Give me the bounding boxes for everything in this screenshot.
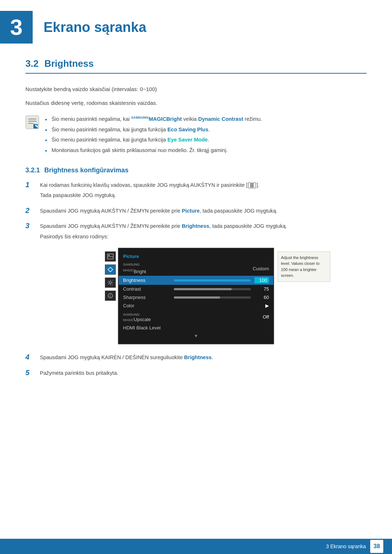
osd-value-magic-bright: Custom xyxy=(253,266,269,271)
footer-page-number: 38 xyxy=(370,540,383,553)
step-5-text: Pažymėta parinktis bus pritaikyta. xyxy=(40,369,367,378)
osd-bar-fill-brightness xyxy=(174,279,251,282)
step-1-text: Kai rodamas funkcinių klavišų vadovas, s… xyxy=(40,181,367,200)
osd-row-color: Color ▶ xyxy=(119,301,273,310)
svg-point-8 xyxy=(109,268,112,271)
section-number: 3.2 xyxy=(25,58,38,69)
content-area: 3.2 Brightness Nustatykite bendrą vaizdo… xyxy=(0,58,392,406)
osd-icon-info: i xyxy=(105,291,116,301)
subsection-title: Brightness konfigūravimas xyxy=(44,167,128,174)
step-4-text: Spausdami JOG mygtuką KAIRĖN / DEŠINĖN s… xyxy=(40,353,367,362)
subsection-number: 3.2.1 xyxy=(25,167,40,174)
osd-value-sharpness: 60 xyxy=(254,295,269,300)
osd-label-hdmi: HDMI Black Level xyxy=(123,325,170,331)
step-1-number: 1 xyxy=(25,181,40,189)
step-2-text: Spausdami JOG mygtuką AUKŠTYN / ŽEMYN pe… xyxy=(40,206,367,216)
osd-label-brightness: Brightness xyxy=(123,278,170,283)
subsection-heading: 3.2.1 Brightness konfigūravimas xyxy=(25,167,367,174)
note-box: ✎ Šio meniu pasirinkti negalima, kai SAM… xyxy=(25,115,367,156)
osd-preview: Picture SAMSUNG MAGICBright Custom Brigh… xyxy=(118,248,274,345)
step-2: 2 Spausdami JOG mygtuką AUKŠTYN / ŽEMYN … xyxy=(25,206,367,216)
bullet-list: Šio meniu pasirinkti negalima, kai SAMSU… xyxy=(45,115,262,156)
note-icon: ✎ xyxy=(25,115,39,129)
osd-arrow-down: ▼ xyxy=(194,333,198,338)
bullet-item-1: Šio meniu pasirinkti negalima, kai SAMSU… xyxy=(45,115,262,124)
step-1: 1 Kai rodamas funkcinių klavišų vadovas,… xyxy=(25,181,367,200)
osd-label-contrast: Contrast xyxy=(123,286,170,292)
osd-bar-sharpness xyxy=(174,296,251,299)
osd-row-magic-bright: SAMSUNG MAGICBright Custom xyxy=(119,261,273,276)
intro-text-1: Nustatykite bendrą vaizdo skaisčiai (int… xyxy=(25,85,367,94)
osd-bar-fill-sharpness xyxy=(174,296,220,299)
osd-row-brightness: Brightness 100 xyxy=(119,276,273,285)
osd-icon-monitor xyxy=(105,264,116,275)
osd-bar-contrast xyxy=(174,288,251,290)
osd-label-color: Color xyxy=(123,303,170,308)
svg-point-7 xyxy=(108,255,110,256)
steps-list: 1 Kai rodamas funkcinių klavišų vadovas,… xyxy=(25,181,367,241)
osd-row-contrast: Contrast 75 xyxy=(119,285,273,293)
bullet-item-3: Šio meniu pasirinkti negalima, kai įjung… xyxy=(45,135,262,144)
osd-row-sharpness: Sharpness 60 xyxy=(119,293,273,301)
page-footer: 3 Ekrano sąranka 38 xyxy=(0,539,392,554)
osd-row-hdmi: HDMI Black Level xyxy=(119,324,273,332)
step-3-text: Spausdami JOG mygtuką AUKŠTYN / ŽEMYN pe… xyxy=(40,222,367,241)
bullet-item-2: Šio meniu pasirinkti negalima, kai įjung… xyxy=(45,125,262,134)
section-title: Brightness xyxy=(44,58,94,69)
svg-text:✎: ✎ xyxy=(35,124,38,128)
step-3-caption: Pasirodys šis ekrano rodinys: xyxy=(40,232,367,241)
osd-row-upscale: SAMSUNG MAGICUpscale Off xyxy=(119,310,273,324)
osd-arrow-row: ▼ xyxy=(119,332,273,340)
step-3-number: 3 xyxy=(25,222,40,230)
osd-value-contrast: 75 xyxy=(254,286,269,292)
osd-value-color: ▶ xyxy=(254,303,269,308)
osd-icon-settings xyxy=(105,278,116,288)
step-4-number: 4 xyxy=(25,353,40,361)
osd-bar-fill-contrast xyxy=(174,288,232,290)
chapter-number: 3 xyxy=(10,16,23,38)
osd-bar-brightness xyxy=(174,279,251,282)
osd-title: Picture xyxy=(119,252,273,261)
footer-text: 3 Ekrano sąranka xyxy=(326,543,366,549)
bullet-item-4: Monitoriaus funkcijos gali skirtis prikl… xyxy=(45,146,262,155)
svg-point-13 xyxy=(109,282,111,284)
osd-tooltip: Adjust the brightness level. Values clos… xyxy=(278,251,330,282)
svg-text:i: i xyxy=(110,294,111,298)
menu-icon xyxy=(248,182,256,188)
step-4: 4 Spausdami JOG mygtuką KAIRĖN / DEŠINĖN… xyxy=(25,353,367,362)
osd-sidebar-icons: i xyxy=(105,248,116,301)
osd-value-upscale: Off xyxy=(254,314,269,320)
step-2-number: 2 xyxy=(25,206,40,215)
chapter-title: Ekrano sąranka xyxy=(44,20,146,35)
step-5: 5 Pažymėta parinktis bus pritaikyta. xyxy=(25,369,367,378)
step-3: 3 Spausdami JOG mygtuką AUKŠTYN / ŽEMYN … xyxy=(25,222,367,241)
osd-value-brightness: 100 xyxy=(254,277,269,283)
osd-label-sharpness: Sharpness xyxy=(123,295,170,300)
step-1-subtext: Tada paspauskite JOG mygtuką. xyxy=(40,191,367,200)
step-5-number: 5 xyxy=(25,369,40,377)
osd-preview-wrapper: i Picture SAMSUNG MAGICBright Custom Bri… xyxy=(118,248,274,345)
intro-text-2: Nustačius didesnę vertę, rodomas skaiste… xyxy=(25,98,367,108)
chapter-number-box: 3 xyxy=(0,11,33,44)
osd-icon-picture xyxy=(105,251,116,262)
steps-list-2: 4 Spausdami JOG mygtuką KAIRĖN / DEŠINĖN… xyxy=(25,353,367,377)
osd-label-upscale: SAMSUNG MAGICUpscale xyxy=(123,311,170,322)
osd-label-magic-bright: SAMSUNG MAGICBright xyxy=(123,263,170,275)
chapter-header: 3 Ekrano sąranka xyxy=(0,0,392,51)
section-heading: 3.2 Brightness xyxy=(25,58,367,74)
